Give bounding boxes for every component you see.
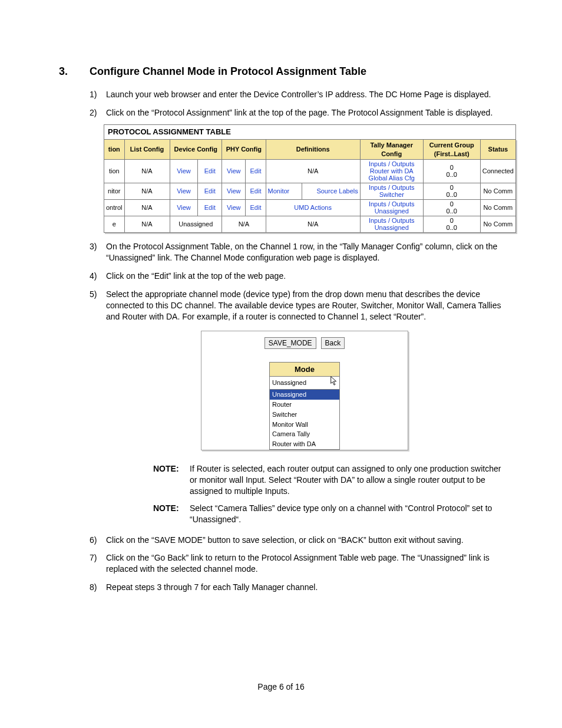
step-8: 8) Repeat steps 3 through 7 for each Tal… [90, 582, 503, 593]
page-footer: Page 6 of 16 [0, 682, 562, 691]
save-mode-button[interactable]: SAVE_MODE [265, 337, 316, 349]
inputs-outputs-link[interactable]: Inputs / Outputs [369, 200, 415, 207]
pat-col-device-config: Device Config [170, 139, 222, 160]
mode-option-router[interactable]: Router [270, 400, 339, 410]
step-marker: 7) [90, 552, 97, 564]
step-text: Click on the “Go Back” link to return to… [106, 553, 490, 574]
edit-link[interactable]: Edit [250, 204, 262, 211]
edit-link[interactable]: Edit [204, 204, 216, 211]
note-1: NOTE: If Router is selected, each router… [153, 463, 503, 497]
pat-row: tion N/A View Edit View Edit N/A Inputs … [104, 160, 516, 183]
step-6: 6) Click on the “SAVE MODE” button to sa… [90, 535, 503, 546]
section-title-text: Configure Channel Mode in Protocol Assig… [90, 65, 366, 77]
protocol-assignment-table-figure: PROTOCOL ASSIGNMENT TABLE tion List Conf… [104, 124, 516, 233]
mode-option-camera-tally[interactable]: Camera Tally [270, 429, 339, 439]
mode-option-unassigned[interactable]: Unassigned [270, 390, 339, 400]
step-list: 1) Launch your web browser and enter the… [90, 89, 503, 593]
umd-actions-link[interactable]: UMD Actions [294, 204, 332, 211]
pat-cell-tally-manager: Inputs / Outputs Router with DA Global A… [360, 160, 423, 183]
step-marker: 8) [90, 582, 97, 593]
note-2: NOTE: Select “Camera Tallies” device typ… [153, 503, 503, 525]
pat-cell-list-config: N/A [124, 200, 170, 216]
cursor-arrow-icon [329, 375, 340, 386]
view-link[interactable]: View [227, 187, 241, 195]
monitor-link[interactable]: Monitor [268, 187, 290, 195]
mode-option-router-with-da[interactable]: Router with DA [270, 439, 339, 449]
notes-block: NOTE: If Router is selected, each router… [153, 463, 503, 525]
pat-cell-tion: e [104, 216, 125, 233]
pat-cell-status: No Comm [480, 216, 515, 233]
view-link[interactable]: View [177, 204, 191, 211]
note-text: If Router is selected, each router outpu… [190, 463, 503, 497]
mode-header: Mode [269, 362, 340, 377]
pat-cell-status: No Comm [480, 183, 515, 200]
edit-link[interactable]: Edit [250, 187, 262, 195]
mode-option-monitor-wall[interactable]: Monitor Wall [270, 420, 339, 430]
pat-cell-list-config: N/A [124, 216, 170, 233]
global-alias-cfg-link[interactable]: Global Alias Cfg [369, 174, 415, 182]
step-text: Click on the “Edit” link at the top of t… [106, 271, 286, 281]
step-text: Click on the “SAVE MODE” button to save … [106, 535, 464, 545]
pat-cell-current-group: 0 0..0 [423, 200, 480, 216]
view-link[interactable]: View [227, 167, 241, 174]
router-with-da-link[interactable]: Router with DA [370, 167, 414, 174]
edit-link[interactable]: Edit [250, 167, 262, 174]
inputs-outputs-link[interactable]: Inputs / Outputs [369, 184, 415, 191]
mode-dropdown-list[interactable]: Unassigned Router Switcher Monitor Wall … [269, 390, 340, 450]
view-link[interactable]: View [227, 204, 241, 211]
pat-row: ontrol N/A View Edit View Edit UMD Actio… [104, 200, 516, 216]
pat-col-tion: tion [104, 139, 125, 160]
mode-select[interactable]: Unassigned [269, 377, 340, 390]
switcher-link[interactable]: Switcher [379, 191, 404, 198]
pat-cell-tion: ontrol [104, 200, 125, 216]
pat-cell-phy-config: N/A [222, 216, 266, 233]
pat-cell-definitions: N/A [266, 216, 360, 233]
section-number: 3. [59, 65, 90, 78]
pat-cell-tion: nitor [104, 183, 125, 200]
mode-select-value: Unassigned [272, 379, 306, 386]
step-marker: 5) [90, 289, 97, 300]
step-5: 5) Select the appropriate channel mode (… [90, 289, 503, 525]
unassigned-link[interactable]: Unassigned [375, 207, 409, 215]
pat-cell-definitions: N/A [266, 160, 360, 183]
back-button[interactable]: Back [321, 337, 345, 349]
step-text: Click on the “Protocol Assignment” link … [106, 108, 492, 117]
pat-cell-tally-manager: Inputs / Outputs Unassigned [360, 200, 423, 216]
mode-option-switcher[interactable]: Switcher [270, 410, 339, 420]
pat-row: nitor N/A View Edit View Edit Monitor So… [104, 183, 516, 200]
note-label: NOTE: [153, 503, 190, 525]
pat-cell-list-config: N/A [124, 160, 170, 183]
step-2: 2) Click on the “Protocol Assignment” li… [90, 107, 503, 233]
section-heading: 3.Configure Channel Mode in Protocol Ass… [59, 65, 503, 78]
pat-cell-status: No Comm [480, 200, 515, 216]
view-link[interactable]: View [177, 167, 191, 174]
source-labels-link[interactable]: Source Labels [316, 187, 358, 195]
pat-cell-current-group: 0 0..0 [423, 160, 480, 183]
pat-row: e N/A Unassigned N/A N/A Inputs / Output… [104, 216, 516, 233]
pat-col-current-group: Current Group (First..Last) [423, 139, 480, 160]
pat-cell-tally-manager: Inputs / Outputs Switcher [360, 183, 423, 200]
mode-button-row: SAVE_MODE Back [207, 337, 402, 349]
edit-link[interactable]: Edit [204, 187, 216, 195]
step-marker: 3) [90, 241, 97, 252]
mode-config-figure: SAVE_MODE Back Mode Unassigned Unassigne… [201, 331, 408, 450]
pat-cell-current-group: 0 0..0 [423, 216, 480, 233]
step-text: Repeat steps 3 through 7 for each Tally … [106, 582, 318, 592]
inputs-outputs-link[interactable]: Inputs / Outputs [369, 160, 415, 167]
note-text: Select “Camera Tallies” device type only… [190, 503, 503, 525]
pat-cell-status: Connected [480, 160, 515, 183]
pat-title: PROTOCOL ASSIGNMENT TABLE [104, 124, 516, 139]
view-link[interactable]: View [177, 187, 191, 195]
mode-select-block: Mode Unassigned Unassigned Router Switch… [269, 362, 340, 450]
step-marker: 2) [90, 107, 97, 118]
unassigned-link[interactable]: Unassigned [375, 224, 409, 231]
inputs-outputs-link[interactable]: Inputs / Outputs [369, 217, 415, 224]
edit-link[interactable]: Edit [204, 167, 216, 174]
step-marker: 6) [90, 535, 97, 546]
step-1: 1) Launch your web browser and enter the… [90, 89, 503, 100]
step-3: 3) On the Protocol Assignment Table, on … [90, 241, 503, 263]
step-4: 4) Click on the “Edit” link at the top o… [90, 271, 503, 282]
step-7: 7) Click on the “Go Back” link to return… [90, 552, 503, 575]
pat-cell-tally-manager: Inputs / Outputs Unassigned [360, 216, 423, 233]
pat-col-tally-manager: Tally Manager Config [360, 139, 423, 160]
